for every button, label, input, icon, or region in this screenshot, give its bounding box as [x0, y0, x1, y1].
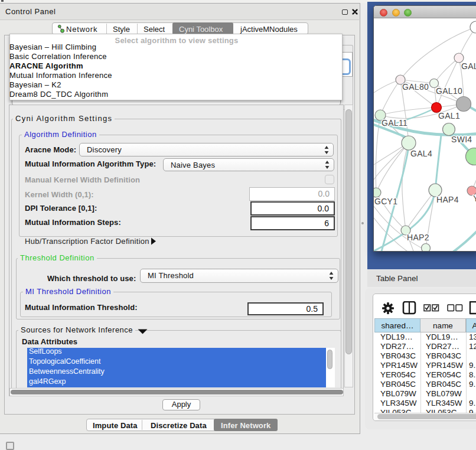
svg-text:HAP2: HAP2: [407, 233, 429, 242]
svg-text:GAL10: GAL10: [436, 86, 462, 96]
svg-text:GAL4: GAL4: [410, 149, 432, 158]
svg-text:HAP4: HAP4: [436, 195, 459, 204]
svg-text:GAL11: GAL11: [382, 118, 407, 128]
svg-text:GAL1: GAL1: [438, 111, 460, 120]
svg-text:GAL80: GAL80: [402, 82, 429, 92]
svg-text:GAL: GAL: [461, 61, 476, 71]
svg-text:GCY1: GCY1: [374, 197, 397, 206]
svg-text:Y: Y: [473, 194, 476, 203]
svg-text:SWI4: SWI4: [451, 135, 472, 144]
